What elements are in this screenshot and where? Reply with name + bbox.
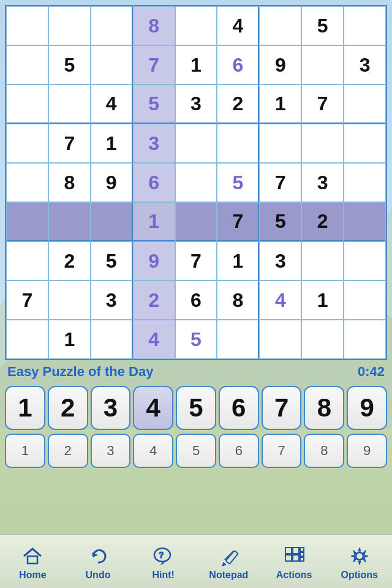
cell-1-3[interactable]: 7 [133, 45, 175, 85]
cell-7-2[interactable]: 3 [91, 281, 133, 320]
large-num-btn-6[interactable]: 6 [219, 386, 259, 430]
small-num-btn-6[interactable]: 6 [219, 434, 259, 468]
cell-8-4[interactable]: 5 [175, 320, 217, 359]
small-num-btn-2[interactable]: 2 [48, 434, 88, 468]
cell-5-7[interactable]: 2 [301, 202, 344, 241]
cell-2-7[interactable]: 7 [301, 85, 344, 124]
cell-0-8[interactable] [344, 6, 386, 45]
cell-3-0[interactable] [6, 124, 48, 163]
cell-2-1[interactable] [48, 85, 91, 124]
cell-8-8[interactable] [344, 320, 386, 359]
cell-8-2[interactable] [91, 320, 133, 359]
large-num-btn-7[interactable]: 7 [262, 386, 302, 430]
cell-1-7[interactable] [301, 45, 344, 85]
cell-0-0[interactable] [6, 6, 48, 45]
cell-1-4[interactable]: 1 [175, 45, 217, 85]
small-num-btn-5[interactable]: 5 [176, 434, 216, 468]
toolbar-hint[interactable]: ? Hint! [130, 545, 196, 581]
cell-4-2[interactable]: 9 [91, 163, 133, 202]
cell-1-1[interactable]: 5 [48, 45, 91, 85]
cell-3-6[interactable] [259, 124, 301, 163]
cell-6-5[interactable]: 1 [217, 241, 259, 281]
cell-3-1[interactable]: 7 [48, 124, 91, 163]
small-num-btn-8[interactable]: 8 [304, 434, 344, 468]
cell-4-8[interactable] [344, 163, 386, 202]
cell-7-1[interactable] [48, 281, 91, 320]
cell-6-3[interactable]: 9 [133, 241, 175, 281]
toolbar-undo[interactable]: Undo [66, 545, 131, 581]
cell-0-2[interactable] [91, 6, 133, 45]
toolbar-notepad[interactable]: Notepad [196, 545, 262, 581]
toolbar-actions[interactable]: Actions [262, 545, 327, 581]
cell-7-5[interactable]: 8 [217, 281, 259, 320]
cell-8-5[interactable] [217, 320, 259, 359]
cell-4-1[interactable]: 8 [48, 163, 91, 202]
toolbar-options[interactable]: Options [326, 545, 392, 581]
cell-5-6[interactable]: 5 [259, 202, 301, 241]
cell-1-8[interactable]: 3 [344, 45, 386, 85]
cell-7-7[interactable]: 1 [301, 281, 344, 320]
cell-8-7[interactable] [301, 320, 344, 359]
small-num-btn-3[interactable]: 3 [91, 434, 131, 468]
cell-1-5[interactable]: 6 [217, 45, 259, 85]
cell-4-7[interactable]: 3 [301, 163, 344, 202]
cell-2-8[interactable] [344, 85, 386, 124]
cell-7-4[interactable]: 6 [175, 281, 217, 320]
cell-3-7[interactable] [301, 124, 344, 163]
cell-3-8[interactable] [344, 124, 386, 163]
cell-5-2[interactable] [91, 202, 133, 241]
cell-4-4[interactable] [175, 163, 217, 202]
large-num-btn-8[interactable]: 8 [304, 386, 344, 430]
large-num-btn-4[interactable]: 4 [133, 386, 173, 430]
cell-6-6[interactable]: 3 [259, 241, 301, 281]
cell-5-5[interactable]: 7 [217, 202, 259, 241]
cell-2-2[interactable]: 4 [91, 85, 133, 124]
cell-3-3[interactable]: 3 [133, 124, 175, 163]
cell-6-7[interactable] [301, 241, 344, 281]
toolbar-home[interactable]: Home [0, 545, 66, 581]
cell-7-3[interactable]: 2 [133, 281, 175, 320]
cell-1-0[interactable] [6, 45, 48, 85]
cell-8-0[interactable] [6, 320, 48, 359]
cell-6-0[interactable] [6, 241, 48, 281]
cell-7-6[interactable]: 4 [259, 281, 301, 320]
cell-0-4[interactable] [175, 6, 217, 45]
cell-6-8[interactable] [344, 241, 386, 281]
cell-1-2[interactable] [91, 45, 133, 85]
cell-8-1[interactable]: 1 [48, 320, 91, 359]
cell-1-6[interactable]: 9 [259, 45, 301, 85]
cell-3-2[interactable]: 1 [91, 124, 133, 163]
cell-2-4[interactable]: 3 [175, 85, 217, 124]
cell-5-8[interactable] [344, 202, 386, 241]
large-num-btn-9[interactable]: 9 [347, 386, 387, 430]
cell-4-0[interactable] [6, 163, 48, 202]
cell-0-7[interactable]: 5 [301, 6, 344, 45]
cell-6-2[interactable]: 5 [91, 241, 133, 281]
small-num-btn-7[interactable]: 7 [262, 434, 302, 468]
small-num-btn-4[interactable]: 4 [133, 434, 173, 468]
cell-5-1[interactable] [48, 202, 91, 241]
cell-6-1[interactable]: 2 [48, 241, 91, 281]
cell-7-8[interactable] [344, 281, 386, 320]
cell-2-3[interactable]: 5 [133, 85, 175, 124]
cell-5-4[interactable] [175, 202, 217, 241]
large-num-btn-3[interactable]: 3 [91, 386, 131, 430]
cell-8-6[interactable] [259, 320, 301, 359]
small-num-btn-1[interactable]: 1 [5, 434, 45, 468]
large-num-btn-5[interactable]: 5 [176, 386, 216, 430]
cell-5-0[interactable] [6, 202, 48, 241]
cell-4-3[interactable]: 6 [133, 163, 175, 202]
cell-2-5[interactable]: 2 [217, 85, 259, 124]
cell-0-1[interactable] [48, 6, 91, 45]
cell-2-0[interactable] [6, 85, 48, 124]
cell-7-0[interactable]: 7 [6, 281, 48, 320]
cell-5-3[interactable]: 1 [133, 202, 175, 241]
cell-0-6[interactable] [259, 6, 301, 45]
cell-8-3[interactable]: 4 [133, 320, 175, 359]
large-num-btn-1[interactable]: 1 [5, 386, 45, 430]
cell-6-4[interactable]: 7 [175, 241, 217, 281]
cell-0-3[interactable]: 8 [133, 6, 175, 45]
cell-3-5[interactable] [217, 124, 259, 163]
cell-4-6[interactable]: 7 [259, 163, 301, 202]
small-num-btn-9[interactable]: 9 [347, 434, 387, 468]
